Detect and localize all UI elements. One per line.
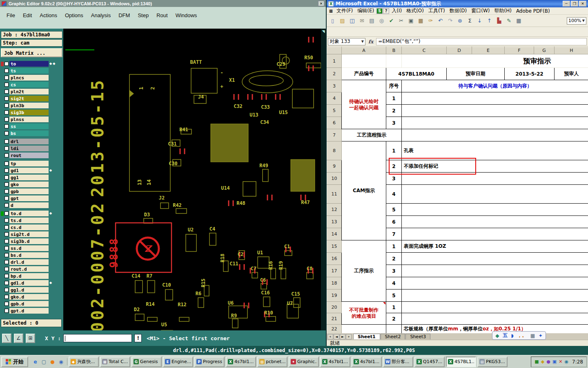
layer-checkbox[interactable]: [4, 90, 9, 94]
taskbar-button[interactable]: PProgress: [194, 357, 225, 367]
row-header[interactable]: 20: [327, 302, 342, 313]
layer-name[interactable]: sig3b: [9, 110, 49, 115]
ime-punct-icon[interactable]: ，。: [517, 332, 527, 339]
cell[interactable]: 不可批量制作 的难点项目: [342, 302, 386, 325]
column-header[interactable]: C: [402, 47, 447, 54]
layer-name[interactable]: d: [9, 202, 49, 208]
cell[interactable]: 2: [386, 105, 402, 117]
restore-icon[interactable]: ❐: [571, 1, 578, 7]
layer-checkbox[interactable]: [4, 96, 9, 101]
taskbar-button[interactable]: W部分客...: [383, 357, 413, 367]
cell[interactable]: [402, 185, 588, 204]
cell[interactable]: 1: [386, 92, 402, 105]
tray-ime-icon[interactable]: ◆: [541, 359, 544, 364]
layer-name[interactable]: ldi: [9, 146, 49, 151]
chart-wizard-icon[interactable]: ▙: [495, 16, 503, 25]
cell[interactable]: [402, 204, 588, 216]
table-icon[interactable]: ▦: [514, 16, 523, 25]
spelling-icon[interactable]: ✔: [387, 16, 396, 25]
layer-checkbox[interactable]: [4, 267, 9, 271]
cell[interactable]: 2: [386, 313, 402, 325]
cell[interactable]: 预审指示: [402, 54, 588, 68]
layer-checkbox[interactable]: [4, 309, 9, 313]
layer-checkbox[interactable]: [4, 281, 9, 285]
formula-input[interactable]: =EMBED(“包”,“”): [376, 38, 587, 45]
row-header[interactable]: 18: [327, 277, 342, 289]
close-icon[interactable]: ✕: [579, 1, 586, 7]
sheet-tab[interactable]: Sheet3: [405, 334, 430, 339]
layer-name[interactable]: cs.d: [9, 224, 49, 230]
cell[interactable]: 5: [386, 289, 402, 302]
layer-name[interactable]: ts: [9, 68, 49, 74]
xl-menu-item[interactable]: 入(I): [390, 7, 404, 14]
cell[interactable]: 序号: [386, 80, 402, 92]
menu-options[interactable]: Options: [65, 12, 83, 18]
layer-checkbox[interactable]: [4, 117, 9, 121]
cell[interactable]: 1: [386, 240, 402, 253]
tray-volume-muted-icon[interactable]: ✕: [559, 359, 562, 364]
cell[interactable]: [402, 228, 588, 240]
xl-menu-item[interactable]: 窗口(W): [469, 7, 492, 14]
layer-name[interactable]: ts.d: [9, 218, 49, 223]
xl-menu-item[interactable]: 编辑(E): [355, 7, 376, 14]
layer-checkbox[interactable]: [4, 139, 9, 144]
paste-icon[interactable]: ▦: [416, 16, 425, 25]
column-header[interactable]: H: [555, 47, 588, 54]
cell[interactable]: 2: [386, 253, 402, 265]
grid-tool-icon[interactable]: ⊞: [26, 334, 35, 343]
cell[interactable]: 4: [386, 277, 402, 289]
layer-checkbox[interactable]: [4, 295, 9, 299]
layer-checkbox[interactable]: [4, 162, 9, 166]
row-header[interactable]: 19: [327, 289, 342, 302]
row-header[interactable]: 5: [327, 105, 342, 117]
layer-name[interactable]: sig2t: [9, 96, 49, 101]
cell[interactable]: [402, 216, 588, 228]
row-header[interactable]: 15: [327, 240, 342, 253]
layer-name[interactable]: gg1.d: [9, 287, 49, 293]
row-header[interactable]: 6: [327, 117, 342, 129]
xl-menu-item[interactable]: 文件(F): [334, 7, 355, 14]
cell[interactable]: [402, 277, 588, 289]
layer-checkbox[interactable]: [4, 239, 9, 243]
row-header[interactable]: 11: [327, 185, 342, 204]
layer-name[interactable]: bs.d: [9, 252, 49, 258]
menu-step[interactable]: Step: [138, 12, 149, 18]
taskbar-button[interactable]: ▤PKG53...: [477, 357, 508, 367]
layer-checkbox[interactable]: [4, 253, 9, 257]
ime-wubi-icon[interactable]: 五: [503, 332, 508, 339]
layer-checkbox[interactable]: [4, 175, 9, 180]
ie-icon[interactable]: e: [32, 358, 39, 365]
print-preview-icon[interactable]: ◎: [377, 16, 386, 25]
taskbar-button[interactable]: ▨pcbnet...: [257, 357, 287, 367]
redo-icon[interactable]: ↷: [446, 16, 454, 25]
menu-analysis[interactable]: Analysis: [91, 12, 111, 18]
cell[interactable]: 表面完成铜厚 1OZ: [402, 240, 588, 253]
row-header[interactable]: 3: [327, 80, 342, 92]
cell[interactable]: 待确认光绘时 一起确认问题: [342, 80, 386, 129]
row-header[interactable]: 13: [327, 216, 342, 228]
tray-antivirus-icon[interactable]: ■: [535, 359, 539, 364]
layer-checkbox[interactable]: [4, 302, 9, 306]
cell[interactable]: 预审日期: [447, 68, 505, 80]
hyperlink-icon[interactable]: ⊛: [456, 16, 464, 25]
layer-name[interactable]: gpb.d: [9, 301, 49, 307]
cell[interactable]: 待与客户确认问题（原因与内容）: [402, 80, 588, 92]
layer-name[interactable]: gpt.d: [9, 308, 49, 314]
row-header[interactable]: 4: [327, 92, 342, 105]
layer-name[interactable]: cs: [9, 82, 49, 88]
taskbar-button[interactable]: X4s7bl1...: [226, 357, 256, 367]
cell[interactable]: 工艺流程指示: [342, 129, 402, 141]
outlook-icon[interactable]: ◉: [58, 358, 65, 365]
taskbar-button[interactable]: ▦Total C...: [100, 357, 130, 367]
copy-icon[interactable]: ▣: [407, 16, 415, 25]
cell[interactable]: [402, 313, 588, 325]
xl-menu-item[interactable]: 格式(O): [404, 7, 426, 14]
cell[interactable]: [402, 105, 588, 117]
tab-next-icon[interactable]: ►: [340, 334, 345, 339]
ime-logo-icon[interactable]: ◆: [495, 333, 499, 339]
layer-checkbox[interactable]: [4, 76, 9, 80]
format-painter-icon[interactable]: ✑: [426, 16, 435, 25]
ime-bar[interactable]: ◆五◗，。▦✦: [492, 331, 546, 340]
layer-checkbox[interactable]: [4, 103, 9, 108]
xl-menu-item[interactable]: 工具(T): [426, 7, 447, 14]
